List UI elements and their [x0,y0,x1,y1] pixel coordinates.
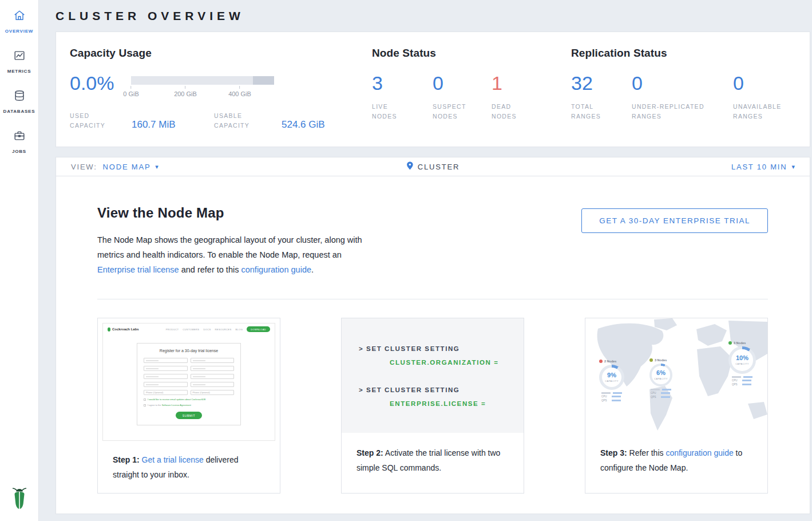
used-capacity-metric: USED CAPACITY 160.7 MiB [70,111,214,131]
sidebar-item-databases[interactable]: DATABASES [0,89,38,114]
time-range-value: LAST 10 MIN [731,163,787,171]
mini-input [144,382,188,387]
divider [97,299,768,299]
step-number: Step 3: [600,448,627,457]
mini-trial-form: Register for a 30-day trial license [137,343,241,425]
step1-screenshot: Cockroach Labs PRODUCT CUSTOMERS DOCS RE… [98,318,280,445]
node-status-title: Node Status [372,47,571,60]
unavailable-ranges-value: 0 [733,72,744,94]
node-map-panel: View the Node Map The Node Map shows the… [56,176,810,514]
mini-input [191,358,235,363]
region-dot [599,360,603,363]
view-value: NODE MAP [103,163,151,171]
node-map-title: View the Node Map [97,205,366,221]
under-replicated-ranges-label: UNDER-REPLICATED RANGES [632,102,718,121]
unavailable-ranges-metric: 0 UNAVAILABLE RANGES [733,73,796,121]
caption-text: Refer this [629,448,664,457]
home-icon [13,9,26,24]
usable-capacity-value: 524.6 GiB [282,120,325,131]
enterprise-trial-license-link[interactable]: Enterprise trial license [97,265,179,274]
sidebar-item-jobs[interactable]: JOBS [0,129,38,154]
mini-phone-input: Phone (Optional) [144,390,188,395]
region-capacity-label: CAPACITY [654,377,668,380]
replication-status-title: Replication Status [571,47,796,60]
capacity-usage-section: Capacity Usage 0.0% 0 GiB 200 GiB 400 Gi… [70,47,372,131]
mini-input [191,382,235,387]
mini-optin-checkbox: I would like to receive email updates ab… [144,398,234,401]
capacity-donut: 9% CAPACITY [599,365,624,390]
mini-nav-item: BLOG [236,328,243,331]
step2-card: > SET CLUSTER SETTING CLUSTER.ORGANIZATI… [341,318,524,494]
suspect-nodes-label: SUSPECT NODES [433,102,473,121]
configuration-guide-link[interactable]: configuration guide [666,448,733,457]
step1-card: Cockroach Labs PRODUCT CUSTOMERS DOCS RE… [97,318,280,494]
mini-form-title: Register for a 30-day trial license [144,349,234,353]
dead-nodes-label: DEAD NODES [492,102,532,121]
sidebar-item-label: METRICS [7,69,31,74]
mini-input [191,374,235,379]
capacity-tick: 0 GiB [123,86,139,97]
capacity-used-percent: 0.0% [70,73,131,93]
chevron-down-icon: ▾ [155,163,159,171]
usable-capacity-metric: USABLE CAPACITY 524.6 GiB [214,111,325,131]
region-capacity-label: CAPACITY [735,362,749,365]
node-status-section: Node Status 3 LIVE NODES 0 SUSPECT NODES… [372,47,571,131]
step3-caption: Step 3: Refer this configuration guide t… [585,433,767,493]
capacity-donut: 6% CAPACITY [649,364,672,386]
map-region-2: 3 Nodes 6% CAPACITY CPU [649,358,672,400]
region-nodes-count: 2 Nodes [604,360,616,363]
sql-setting: CLUSTER.ORGANIZATION = [359,357,524,368]
total-ranges-label: TOTAL RANGES [571,102,611,121]
enterprise-trial-button[interactable]: GET A 30-DAY ENTERPRISE TRIAL [581,208,768,233]
sidebar: OVERVIEW METRICS DATABASES [0,0,39,521]
sidebar-item-label: JOBS [12,149,26,154]
capacity-bar: 0 GiB 200 GiB 400 GiB [131,73,274,100]
location-pin-icon [406,161,413,172]
app: OVERVIEW METRICS DATABASES [0,0,812,521]
mini-submit-button: SUBMIT [176,412,202,419]
sidebar-item-overview[interactable]: OVERVIEW [0,9,38,34]
mini-nav-item: DOCS [203,328,211,331]
live-nodes-label: LIVE NODES [372,102,412,121]
step3-node-map-preview: 2 Nodes 9% CAPACITY CPU [585,318,767,433]
capacity-donut: 10% CAPACITY [728,346,756,374]
sidebar-item-metrics[interactable]: METRICS [0,49,38,74]
region-dot [649,358,653,362]
step1-caption: Step 1: Get a trial license delivered st… [98,445,280,493]
capacity-tick: 200 GiB [174,86,197,97]
sidebar-item-label: DATABASES [3,109,35,114]
get-trial-license-link[interactable]: Get a trial license [142,455,204,464]
live-nodes-metric: 3 LIVE NODES [372,73,433,121]
sql-prompt: > SET CLUSTER SETTING [359,385,524,395]
steps-row: Cockroach Labs PRODUCT CUSTOMERS DOCS RE… [97,318,768,494]
mini-agree-checkbox: I agree to the Software License Agreemen… [144,404,234,406]
unavailable-ranges-label: UNAVAILABLE RANGES [733,102,796,121]
capacity-usage-title: Capacity Usage [70,47,372,60]
description-text: The Node Map shows the geographical layo… [97,235,362,259]
under-replicated-ranges-value: 0 [632,72,643,94]
map-region-3: 3 Nodes 10% CAPACITY CPU [728,341,756,387]
region-dot [728,341,732,345]
under-replicated-ranges-metric: 0 UNDER-REPLICATED RANGES [632,73,733,121]
mini-input [144,374,188,379]
time-range-selector[interactable]: LAST 10 MIN ▾ [731,163,795,171]
mini-site-logo: Cockroach Labs [108,327,139,331]
view-selector[interactable]: VIEW: NODE MAP ▾ [71,163,159,171]
mini-download-button: DOWNLOAD [247,326,270,332]
mini-cockroach-icon [108,327,110,331]
suspect-nodes-value: 0 [433,72,443,94]
mini-input [191,366,235,371]
jobs-icon [13,129,26,144]
view-bar: VIEW: NODE MAP ▾ CLUSTER LAST 10 MIN ▾ [56,157,810,176]
view-label: VIEW: [71,163,97,171]
cluster-summary-panel: Capacity Usage 0.0% 0 GiB 200 GiB 400 Gi… [56,31,810,147]
configuration-guide-link[interactable]: configuration guide [241,265,311,274]
sql-prompt: > SET CLUSTER SETTING [359,344,524,354]
capacity-tick: 400 GiB [228,86,251,97]
metrics-icon [13,49,26,64]
region-capacity-percent: 9% [607,372,616,378]
mini-input [144,366,188,371]
step2-caption: Step 2: Activate the trial license with … [342,433,524,493]
mini-input [144,358,188,363]
live-nodes-value: 3 [372,72,383,94]
